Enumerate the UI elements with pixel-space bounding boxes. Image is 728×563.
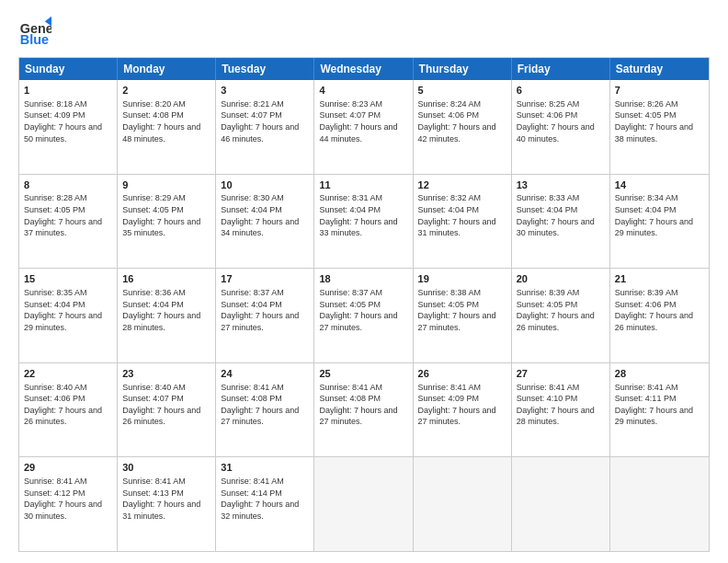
calendar-row-4: 22Sunrise: 8:40 AM Sunset: 4:06 PM Dayli… [19,362,709,457]
day-info: Sunrise: 8:39 AM Sunset: 4:06 PM Dayligh… [615,287,704,333]
header: General Blue [18,15,710,48]
day-info: Sunrise: 8:21 AM Sunset: 4:07 PM Dayligh… [221,98,309,144]
day-number: 15 [24,272,112,286]
day-number: 19 [418,272,506,286]
day-number: 23 [122,367,210,381]
day-number: 12 [418,178,506,192]
day-number: 26 [418,367,506,381]
day-info: Sunrise: 8:34 AM Sunset: 4:04 PM Dayligh… [615,192,704,238]
day-number: 30 [122,461,210,475]
day-cell-21: 21Sunrise: 8:39 AM Sunset: 4:06 PM Dayli… [610,269,709,362]
calendar-row-3: 15Sunrise: 8:35 AM Sunset: 4:04 PM Dayli… [19,268,709,362]
day-info: Sunrise: 8:41 AM Sunset: 4:14 PM Dayligh… [221,476,309,522]
calendar-row-2: 8Sunrise: 8:28 AM Sunset: 4:05 PM Daylig… [19,174,709,269]
day-number: 1 [24,84,112,98]
day-number: 24 [221,367,309,381]
day-cell-22: 22Sunrise: 8:40 AM Sunset: 4:06 PM Dayli… [19,363,118,457]
day-cell-27: 27Sunrise: 8:41 AM Sunset: 4:10 PM Dayli… [512,363,610,457]
day-number: 18 [319,272,407,286]
day-cell-1: 1Sunrise: 8:18 AM Sunset: 4:09 PM Daylig… [19,80,118,174]
weekday-header-saturday: Saturday [610,58,709,80]
day-number: 7 [615,84,704,98]
day-number: 14 [615,178,704,192]
day-cell-24: 24Sunrise: 8:41 AM Sunset: 4:08 PM Dayli… [216,363,314,457]
day-info: Sunrise: 8:41 AM Sunset: 4:08 PM Dayligh… [319,382,407,428]
day-number: 16 [122,272,210,286]
day-number: 3 [221,84,309,98]
day-info: Sunrise: 8:37 AM Sunset: 4:04 PM Dayligh… [221,287,309,333]
day-info: Sunrise: 8:41 AM Sunset: 4:12 PM Dayligh… [24,476,112,522]
day-cell-9: 9Sunrise: 8:29 AM Sunset: 4:05 PM Daylig… [118,175,216,269]
day-cell-4: 4Sunrise: 8:23 AM Sunset: 4:07 PM Daylig… [314,80,413,174]
day-number: 22 [24,367,112,381]
day-cell-7: 7Sunrise: 8:26 AM Sunset: 4:05 PM Daylig… [610,80,709,174]
day-number: 25 [319,367,407,381]
day-cell-19: 19Sunrise: 8:38 AM Sunset: 4:05 PM Dayli… [414,269,512,362]
day-cell-23: 23Sunrise: 8:40 AM Sunset: 4:07 PM Dayli… [118,363,216,457]
day-info: Sunrise: 8:32 AM Sunset: 4:04 PM Dayligh… [418,192,506,238]
svg-text:Blue: Blue [20,32,49,47]
day-cell-31: 31Sunrise: 8:41 AM Sunset: 4:14 PM Dayli… [216,457,314,551]
day-info: Sunrise: 8:29 AM Sunset: 4:05 PM Dayligh… [122,192,210,238]
day-cell-14: 14Sunrise: 8:34 AM Sunset: 4:04 PM Dayli… [610,175,709,269]
day-cell-30: 30Sunrise: 8:41 AM Sunset: 4:13 PM Dayli… [118,457,216,551]
day-cell-5: 5Sunrise: 8:24 AM Sunset: 4:06 PM Daylig… [414,80,512,174]
day-cell-16: 16Sunrise: 8:36 AM Sunset: 4:04 PM Dayli… [118,269,216,362]
weekday-header-wednesday: Wednesday [314,58,413,80]
day-cell-10: 10Sunrise: 8:30 AM Sunset: 4:04 PM Dayli… [216,175,314,269]
day-cell-25: 25Sunrise: 8:41 AM Sunset: 4:08 PM Dayli… [314,363,413,457]
day-number: 29 [24,461,112,475]
calendar-header: SundayMondayTuesdayWednesdayThursdayFrid… [19,58,709,80]
weekday-header-monday: Monday [118,58,216,80]
day-number: 31 [221,461,309,475]
day-info: Sunrise: 8:40 AM Sunset: 4:06 PM Dayligh… [24,382,112,428]
day-info: Sunrise: 8:41 AM Sunset: 4:11 PM Dayligh… [615,382,704,428]
calendar: SundayMondayTuesdayWednesdayThursdayFrid… [18,57,710,552]
weekday-header-thursday: Thursday [414,58,512,80]
day-number: 9 [122,178,210,192]
day-cell-13: 13Sunrise: 8:33 AM Sunset: 4:04 PM Dayli… [512,175,610,269]
day-number: 20 [517,272,605,286]
day-info: Sunrise: 8:39 AM Sunset: 4:05 PM Dayligh… [517,287,605,333]
day-cell-20: 20Sunrise: 8:39 AM Sunset: 4:05 PM Dayli… [512,269,610,362]
day-info: Sunrise: 8:31 AM Sunset: 4:04 PM Dayligh… [319,192,407,238]
day-info: Sunrise: 8:38 AM Sunset: 4:05 PM Dayligh… [418,287,506,333]
day-info: Sunrise: 8:41 AM Sunset: 4:10 PM Dayligh… [517,382,605,428]
day-number: 10 [221,178,309,192]
day-number: 17 [221,272,309,286]
weekday-header-friday: Friday [512,58,610,80]
day-info: Sunrise: 8:41 AM Sunset: 4:08 PM Dayligh… [221,382,309,428]
day-number: 8 [24,178,112,192]
empty-cell [512,457,610,551]
day-info: Sunrise: 8:30 AM Sunset: 4:04 PM Dayligh… [221,192,309,238]
day-info: Sunrise: 8:33 AM Sunset: 4:04 PM Dayligh… [517,192,605,238]
day-info: Sunrise: 8:23 AM Sunset: 4:07 PM Dayligh… [319,98,407,144]
day-info: Sunrise: 8:35 AM Sunset: 4:04 PM Dayligh… [24,287,112,333]
day-info: Sunrise: 8:36 AM Sunset: 4:04 PM Dayligh… [122,287,210,333]
day-number: 4 [319,84,407,98]
day-info: Sunrise: 8:26 AM Sunset: 4:05 PM Dayligh… [615,98,704,144]
calendar-body: 1Sunrise: 8:18 AM Sunset: 4:09 PM Daylig… [19,80,709,551]
day-cell-8: 8Sunrise: 8:28 AM Sunset: 4:05 PM Daylig… [19,175,118,269]
day-cell-28: 28Sunrise: 8:41 AM Sunset: 4:11 PM Dayli… [610,363,709,457]
day-number: 27 [517,367,605,381]
day-cell-2: 2Sunrise: 8:20 AM Sunset: 4:08 PM Daylig… [118,80,216,174]
day-info: Sunrise: 8:20 AM Sunset: 4:08 PM Dayligh… [122,98,210,144]
page: General Blue SundayMondayTuesdayWednesda… [0,0,728,563]
day-number: 5 [418,84,506,98]
logo-icon: General Blue [18,15,51,48]
day-number: 2 [122,84,210,98]
day-info: Sunrise: 8:18 AM Sunset: 4:09 PM Dayligh… [24,98,112,144]
day-info: Sunrise: 8:28 AM Sunset: 4:05 PM Dayligh… [24,192,112,238]
day-cell-18: 18Sunrise: 8:37 AM Sunset: 4:05 PM Dayli… [314,269,413,362]
day-cell-26: 26Sunrise: 8:41 AM Sunset: 4:09 PM Dayli… [414,363,512,457]
day-number: 13 [517,178,605,192]
day-number: 21 [615,272,704,286]
day-cell-3: 3Sunrise: 8:21 AM Sunset: 4:07 PM Daylig… [216,80,314,174]
day-cell-29: 29Sunrise: 8:41 AM Sunset: 4:12 PM Dayli… [19,457,118,551]
empty-cell [314,457,413,551]
day-number: 11 [319,178,407,192]
day-info: Sunrise: 8:25 AM Sunset: 4:06 PM Dayligh… [517,98,605,144]
day-number: 28 [615,367,704,381]
day-info: Sunrise: 8:41 AM Sunset: 4:09 PM Dayligh… [418,382,506,428]
